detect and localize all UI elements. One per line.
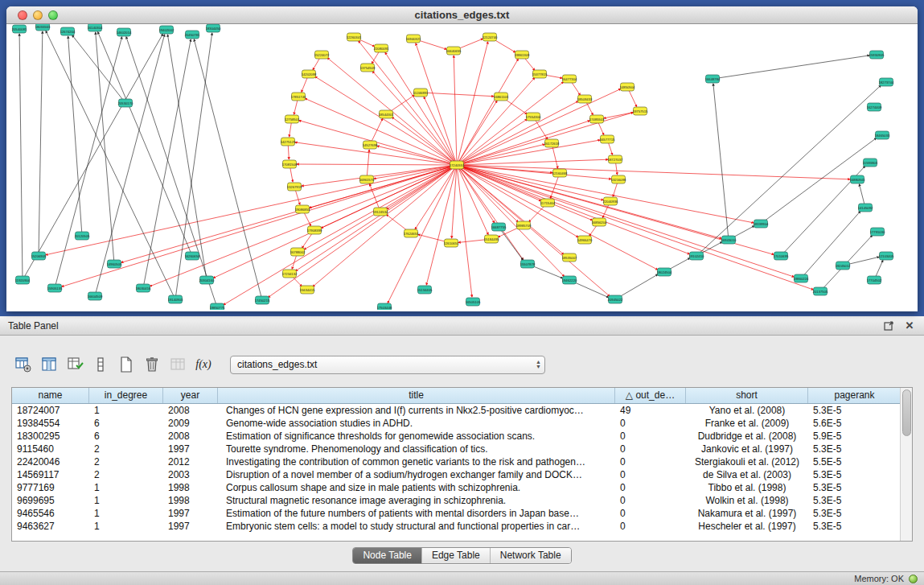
graph-node[interactable]: 15507878	[520, 260, 536, 268]
graph-node[interactable]: 17851746	[291, 93, 306, 101]
window-titlebar[interactable]: citations_edges.txt	[6, 6, 918, 24]
graph-node[interactable]: 16505105	[466, 298, 481, 306]
graph-node[interactable]: 19245012	[836, 262, 851, 270]
column-icon[interactable]	[90, 354, 111, 375]
graph-node[interactable]: 14602014	[117, 28, 132, 36]
close-button[interactable]	[18, 10, 27, 20]
graph-node[interactable]: 16940321	[406, 35, 421, 43]
graph-node[interactable]: 13267919	[287, 183, 302, 191]
graph-edge[interactable]	[457, 119, 527, 165]
graph-node[interactable]: 17791030	[870, 228, 885, 236]
graph-edge[interactable]	[121, 165, 457, 262]
graph-edge[interactable]	[72, 35, 125, 103]
graph-node[interactable]: 19402002	[159, 26, 175, 34]
graph-node[interactable]: 14960505	[107, 260, 122, 268]
graph-node[interactable]: 19102410	[689, 252, 704, 260]
graph-node[interactable]: 13216098	[611, 175, 626, 183]
graph-edge[interactable]	[696, 85, 881, 256]
graph-node[interactable]: 19462220	[562, 276, 577, 284]
graph-node[interactable]: 14527698	[363, 141, 378, 149]
graph-node[interactable]: 16577715	[600, 135, 615, 143]
table-row[interactable]: 1456911722003Disruption of a novel membe…	[12, 468, 901, 481]
table-row[interactable]: 977716911998Corpus callosum shape and si…	[12, 481, 901, 494]
graph-edge[interactable]	[96, 32, 114, 264]
graph-node[interactable]: 18544301	[379, 110, 394, 118]
graph-edge[interactable]	[457, 165, 610, 296]
graph-node[interactable]: 19124534	[373, 208, 388, 216]
close-panel-icon[interactable]: ✕	[903, 319, 916, 332]
graph-node[interactable]: 16604509	[88, 292, 103, 300]
graph-edge[interactable]	[457, 42, 488, 165]
graph-edge[interactable]	[55, 37, 122, 288]
graph-node[interactable]: 17485503	[589, 115, 605, 123]
graph-node[interactable]: 18985709	[516, 221, 532, 229]
graph-node[interactable]: 17240551	[450, 161, 465, 169]
graph-node[interactable]: 20304160	[199, 276, 215, 284]
graph-node[interactable]: 19850775	[210, 303, 225, 310]
table-row[interactable]: 946362711997Embryonic stem cells: a mode…	[12, 520, 901, 533]
graph-node[interactable]: 16477304	[562, 75, 577, 83]
float-panel-icon[interactable]	[882, 319, 895, 332]
graph-node[interactable]: 16274409	[867, 103, 882, 111]
graph-node[interactable]: 11246891	[413, 89, 429, 97]
graph-node[interactable]: 14966470	[577, 236, 593, 244]
graph-node[interactable]: 19861309	[515, 51, 530, 59]
table-row[interactable]: 1938455462009Genome-wide association stu…	[12, 417, 901, 430]
graph-node[interactable]: 20120505	[75, 232, 90, 240]
graph-edge[interactable]	[46, 31, 175, 299]
graph-edge[interactable]	[421, 93, 494, 97]
scrollbar-thumb[interactable]	[902, 389, 911, 436]
graph-edge[interactable]	[713, 56, 869, 79]
graph-node[interactable]: 18727037	[608, 155, 623, 163]
graph-node[interactable]: 15134405	[417, 286, 433, 294]
table-row[interactable]: 1872400712008Changes of HCN gene express…	[12, 404, 901, 417]
graph-node[interactable]: 16788002	[290, 248, 306, 256]
graph-edge[interactable]	[499, 227, 523, 260]
graph-node[interactable]: 18339904	[754, 220, 769, 228]
graph-node[interactable]: 16640655	[446, 47, 462, 55]
graph-node[interactable]: 18535007	[562, 253, 577, 262]
tab-edge-table[interactable]: Edge Table	[421, 548, 490, 563]
graph-edge[interactable]	[297, 164, 457, 165]
graph-node[interactable]: 12610651	[444, 239, 459, 247]
graph-node[interactable]: 13754509	[360, 64, 376, 72]
memory-indicator-icon[interactable]	[909, 575, 918, 583]
graph-edge[interactable]	[416, 43, 457, 165]
graph-edge[interactable]	[23, 34, 163, 280]
graph-node[interactable]: 17010695	[774, 252, 789, 260]
graph-edge[interactable]	[296, 165, 457, 271]
graph-node[interactable]: 18509433	[577, 95, 593, 103]
tab-network-table[interactable]: Network Table	[490, 548, 571, 563]
graph-node[interactable]: 17234132	[282, 270, 298, 278]
graph-edge[interactable]	[39, 31, 43, 256]
graph-node[interactable]: 16687755	[491, 223, 507, 231]
graph-node[interactable]: 17081508	[282, 160, 298, 168]
graph-node[interactable]: 11920904	[15, 276, 31, 284]
graph-edge[interactable]	[454, 56, 457, 165]
graph-node[interactable]: 18304450	[206, 24, 221, 32]
graph-node[interactable]: 12260341	[347, 33, 362, 41]
column-header-in_degree[interactable]: in_degree	[89, 388, 163, 403]
graph-node[interactable]: 20137505	[813, 287, 828, 295]
graph-node[interactable]: 16943010	[721, 236, 737, 244]
table-row[interactable]: 911546021997Tourette syndrome. Phenomeno…	[12, 443, 901, 455]
graph-node[interactable]: 11593803	[863, 159, 878, 167]
show-columns-icon[interactable]	[39, 354, 60, 375]
graph-node[interactable]: 12160468	[552, 169, 568, 177]
graph-node[interactable]: 18024504	[657, 268, 672, 276]
table-row[interactable]: 946554611997Estimation of the future num…	[12, 507, 901, 520]
column-header-out_de[interactable]: △ out_de…	[615, 388, 686, 403]
graph-node[interactable]: 15905135	[47, 284, 63, 292]
column-header-name[interactable]: name	[12, 388, 89, 403]
graph-node[interactable]: 15930905	[869, 51, 885, 59]
graph-edge[interactable]	[299, 121, 457, 165]
graph-node[interactable]: 12758501	[285, 115, 300, 123]
graph-edge[interactable]	[457, 165, 658, 270]
minimize-button[interactable]	[33, 10, 43, 20]
graph-node[interactable]: 12103405	[879, 252, 894, 260]
graph-node[interactable]: 16648784	[705, 75, 721, 83]
graph-node[interactable]: 15224072	[314, 51, 330, 59]
graph-node[interactable]: 16861103	[494, 93, 509, 101]
zoom-button[interactable]	[48, 10, 58, 20]
graph-node[interactable]: 16140304	[88, 24, 103, 31]
